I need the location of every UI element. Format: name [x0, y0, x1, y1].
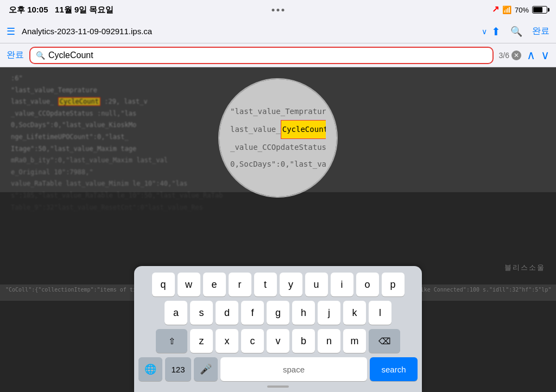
key-a[interactable]: a: [165, 301, 187, 325]
dot-2: [277, 9, 280, 11]
mag-line-1: last_value_CycleCount :29, last_v: [230, 120, 326, 139]
status-bar: 오후 10:05 11월 9일 목요일 ↗ 📶 70%: [0, 0, 556, 20]
keyboard-row-2: a s d f g h j k l: [138, 301, 418, 325]
key-v[interactable]: v: [267, 329, 289, 353]
search-input[interactable]: [48, 50, 487, 60]
nav-title: Analytics-2023-11-09-092911.ips.ca: [22, 27, 475, 36]
key-x[interactable]: x: [216, 329, 238, 353]
key-n[interactable]: n: [318, 329, 340, 353]
key-h[interactable]: h: [292, 301, 315, 325]
shift-key[interactable]: ⇧: [156, 329, 187, 353]
key-e[interactable]: e: [203, 273, 226, 296]
search-prev-button[interactable]: ∧: [527, 48, 535, 62]
search-results-count: 3/6 ✕: [499, 50, 521, 60]
mag-line-0: "last_value_Temprature: [230, 103, 326, 120]
menu-icon[interactable]: ☰: [7, 26, 15, 37]
key-c[interactable]: c: [241, 329, 264, 353]
key-w[interactable]: w: [178, 273, 200, 296]
nav-done-button[interactable]: 완료: [532, 26, 549, 37]
battery-tip: [548, 8, 549, 12]
search-done-button[interactable]: 완료: [7, 49, 24, 61]
backspace-key[interactable]: ⌫: [369, 329, 400, 353]
battery-fill: [533, 7, 542, 12]
status-right: ↗ 📶 70%: [492, 5, 547, 15]
mag-line-2: _value_CCOpdateStatus :null,"las: [230, 139, 326, 156]
key-y[interactable]: y: [280, 273, 302, 296]
key-d[interactable]: d: [216, 301, 238, 325]
search-key[interactable]: search: [370, 357, 418, 381]
dot-1: [272, 9, 275, 11]
status-time: 오후 10:05 11월 9일 목요일: [9, 5, 113, 15]
key-f[interactable]: f: [241, 301, 264, 325]
key-o[interactable]: o: [356, 273, 379, 296]
magnifier-content: "last_value_Temprature last_value_CycleC…: [219, 79, 337, 197]
key-s[interactable]: s: [190, 301, 213, 325]
key-b[interactable]: b: [292, 329, 315, 353]
key-t[interactable]: t: [254, 273, 277, 296]
key-u[interactable]: u: [305, 273, 328, 296]
wifi-icon: 📶: [502, 5, 511, 14]
keyboard[interactable]: q w e r t y u i o p a s d f g h j k l ⇧ …: [134, 266, 422, 392]
key-q[interactable]: q: [152, 273, 175, 296]
space-key[interactable]: space: [220, 357, 367, 381]
dot-3: [282, 9, 285, 11]
share-button[interactable]: ⬆: [491, 25, 501, 38]
search-button[interactable]: 🔍: [510, 26, 522, 37]
keyboard-row-1: q w e r t y u i o p: [138, 273, 418, 296]
key-z[interactable]: z: [190, 329, 213, 353]
nav-chevron-icon[interactable]: ∨: [482, 27, 487, 36]
mag-line-3: 0,SocDays":0,"last_value_KioskMo: [230, 156, 326, 173]
mag-highlight: CycleCount: [281, 120, 326, 139]
key-l[interactable]: l: [369, 301, 391, 325]
key-m[interactable]: m: [343, 329, 366, 353]
search-input-icon: 🔍: [36, 51, 45, 60]
battery-percentage: 70%: [515, 6, 529, 14]
mic-key[interactable]: 🎤: [194, 357, 218, 381]
battery-icon: [532, 6, 547, 14]
arrow-indicator: ↗: [492, 4, 499, 14]
key-g[interactable]: g: [267, 301, 289, 325]
key-k[interactable]: k: [343, 301, 366, 325]
keyboard-row-4: 🌐 123 🎤 space search: [138, 357, 418, 381]
nav-bar: ☰ Analytics-2023-11-09-092911.ips.ca ∨ ⬆…: [0, 20, 556, 43]
search-input-wrapper: 🔍: [29, 47, 494, 64]
nav-actions: ⬆ 🔍 완료: [491, 25, 549, 38]
key-i[interactable]: i: [331, 273, 353, 296]
globe-key[interactable]: 🌐: [138, 357, 162, 381]
search-bar: 완료 🔍 3/6 ✕ ∧ ∨: [0, 43, 556, 67]
status-center-dots: [272, 9, 285, 11]
key-p[interactable]: p: [382, 273, 405, 296]
numbers-key[interactable]: 123: [165, 357, 191, 381]
watermark: 블리스소울: [504, 263, 545, 273]
magnifier: "last_value_Temprature last_value_CycleC…: [218, 78, 338, 198]
search-next-button[interactable]: ∨: [541, 48, 549, 62]
key-j[interactable]: j: [318, 301, 340, 325]
key-r[interactable]: r: [229, 273, 251, 296]
keyboard-handle: [267, 385, 289, 388]
search-clear-button[interactable]: ✕: [511, 50, 521, 60]
main-content: :6" "last_value_Temprature last_value_ C…: [0, 67, 556, 392]
keyboard-row-3: ⇧ z x c v b n m ⌫: [138, 329, 418, 353]
